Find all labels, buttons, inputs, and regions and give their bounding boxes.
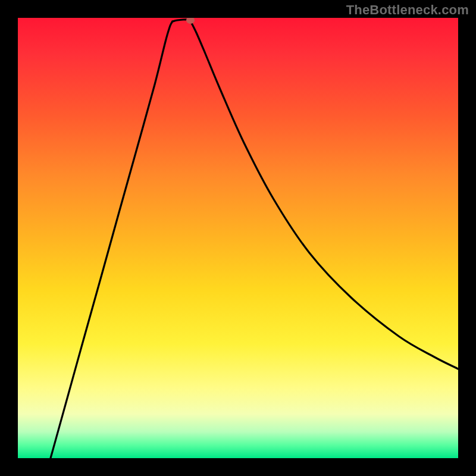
plot-area xyxy=(18,18,458,458)
chart-frame: TheBottleneck.com xyxy=(0,0,476,476)
bottleneck-curve xyxy=(18,18,458,458)
curve-path xyxy=(51,20,458,458)
watermark-text: TheBottleneck.com xyxy=(346,2,469,18)
